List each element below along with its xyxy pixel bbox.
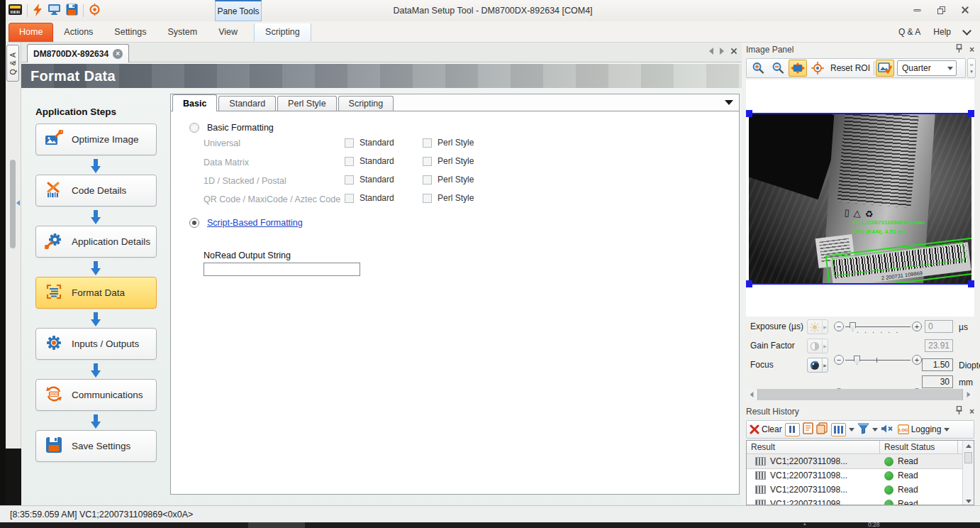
- restore-button[interactable]: [932, 4, 950, 16]
- slider-increase-button[interactable]: +: [912, 321, 922, 331]
- universal-standard-checkbox[interactable]: [345, 138, 354, 148]
- scrollbar-thumb[interactable]: [964, 452, 972, 463]
- sidebar-step-format-data[interactable]: Format Data: [35, 277, 157, 309]
- roi-handle-top-right[interactable]: [968, 110, 974, 117]
- gain-value[interactable]: 23.91: [925, 339, 953, 352]
- close-panel-icon[interactable]: ×: [969, 45, 974, 55]
- splitter-handle[interactable]: [10, 160, 16, 248]
- slider-increase-button[interactable]: +: [912, 355, 922, 365]
- close-window-button[interactable]: [956, 4, 974, 16]
- exposure-auto-button[interactable]: ▶: [807, 319, 828, 334]
- close-panel-icon[interactable]: ×: [969, 407, 974, 417]
- filter-icon[interactable]: [857, 423, 869, 436]
- roi-handle-top-left[interactable]: [746, 110, 752, 117]
- result-row[interactable]: VC1;22007311098 Read: [747, 497, 974, 505]
- scroll-up-icon[interactable]: [966, 444, 971, 448]
- qr-standard-checkbox[interactable]: [345, 194, 354, 203]
- sidebar-step-code-details[interactable]: Code Details: [35, 175, 157, 207]
- tab-close-icon[interactable]: [731, 48, 737, 55]
- tab-perl-style[interactable]: Perl Style: [277, 96, 337, 111]
- columns-icon[interactable]: [831, 423, 846, 436]
- mute-icon[interactable]: [881, 424, 893, 436]
- qr-perl-checkbox[interactable]: [423, 194, 432, 203]
- fit-image-icon[interactable]: [789, 60, 807, 77]
- center-roi-icon[interactable]: [808, 60, 827, 77]
- result-row[interactable]: VC1;22007311098... Read: [747, 454, 974, 468]
- ribbon-tab-system[interactable]: System: [157, 23, 208, 41]
- data-matrix-perl-checkbox[interactable]: [423, 157, 432, 166]
- exposure-value[interactable]: 0: [925, 320, 953, 333]
- device-tab-close-icon[interactable]: ×: [113, 49, 123, 59]
- script-based-formatting-radio[interactable]: [189, 218, 199, 228]
- clear-button[interactable]: Clear: [750, 424, 782, 434]
- zoom-in-icon[interactable]: [749, 60, 767, 77]
- tab-scroll-left-icon[interactable]: [709, 48, 713, 55]
- gain-slider[interactable]: − +: [834, 353, 922, 367]
- slider-thumb[interactable]: [854, 356, 860, 365]
- basic-formatting-radio[interactable]: [189, 123, 199, 133]
- ribbon-tab-actions[interactable]: Actions: [53, 23, 104, 41]
- reset-roi-button[interactable]: Reset ROI: [828, 63, 872, 73]
- save-icon[interactable]: [66, 4, 78, 18]
- report-icon[interactable]: [803, 422, 813, 436]
- help-link[interactable]: Help: [933, 27, 951, 37]
- roi-top-line[interactable]: [747, 113, 973, 114]
- tab-scripting[interactable]: Scripting: [338, 96, 394, 111]
- pause-button[interactable]: [785, 423, 800, 436]
- image-size-select[interactable]: Quarter: [897, 60, 957, 76]
- image-canvas[interactable]: ▯△♻ 2 200731 109869 VC1;2200731109869<0x…: [749, 114, 971, 283]
- tab-standard[interactable]: Standard: [218, 96, 276, 111]
- minimize-button[interactable]: [908, 4, 926, 16]
- logging-dropdown-icon[interactable]: [944, 428, 950, 431]
- pin-icon[interactable]: [956, 406, 962, 417]
- sidebar-step-communications[interactable]: 10101 Communications: [35, 379, 157, 411]
- result-vertical-scrollbar[interactable]: [962, 441, 974, 505]
- data-matrix-standard-checkbox[interactable]: [345, 157, 354, 166]
- pane-tools-tab[interactable]: Pane Tools: [215, 0, 262, 21]
- slider-decrease-button[interactable]: −: [834, 321, 844, 331]
- ribbon-tab-view[interactable]: View: [208, 23, 248, 41]
- device-document-tab[interactable]: DM8700DX-892634 ×: [27, 44, 129, 62]
- roi-bottom-line[interactable]: [747, 283, 973, 285]
- trigger-icon[interactable]: [33, 4, 43, 18]
- copy-report-icon[interactable]: [816, 422, 828, 436]
- qa-vertical-tab[interactable]: Q & A: [6, 45, 19, 82]
- panel-dropdown-icon[interactable]: [725, 100, 733, 105]
- target-icon[interactable]: [89, 4, 101, 18]
- tab-scroll-right-icon[interactable]: [720, 48, 724, 55]
- collapse-panel-icon[interactable]: [16, 200, 20, 206]
- ribbon-tab-settings[interactable]: Settings: [104, 23, 157, 41]
- focus-value[interactable]: 1.50: [922, 358, 953, 371]
- live-monitor-icon[interactable]: [48, 4, 61, 18]
- qa-link[interactable]: Q & A: [898, 27, 920, 37]
- sidebar-step-inputs-outputs[interactable]: Inputs / Outputs: [35, 328, 157, 360]
- zoom-out-icon[interactable]: [769, 60, 787, 77]
- script-based-formatting-link[interactable]: Script-Based Formatting: [207, 218, 303, 228]
- toolbar-overflow-button[interactable]: ››▾: [967, 58, 976, 78]
- 1d-perl-checkbox[interactable]: [423, 175, 432, 185]
- column-result[interactable]: Result: [747, 441, 880, 453]
- sidebar-step-optimize-image[interactable]: Optimize Image: [35, 123, 157, 155]
- roi-handle-bottom-right[interactable]: [968, 280, 974, 287]
- filter-dropdown-icon[interactable]: [872, 428, 878, 431]
- result-row[interactable]: VC1;22007311098... Read: [747, 483, 974, 497]
- sidebar-step-application-details[interactable]: Application Details: [35, 226, 157, 258]
- noread-output-string-input[interactable]: [204, 263, 360, 276]
- collapse-ribbon-icon[interactable]: [962, 26, 971, 35]
- exposure-slider[interactable]: − + ......: [834, 319, 922, 334]
- columns-dropdown-icon[interactable]: [849, 428, 854, 431]
- slider-thumb[interactable]: [850, 322, 856, 331]
- scroll-down-icon[interactable]: [966, 500, 971, 503]
- gain-auto-button[interactable]: ▶: [807, 339, 828, 353]
- ribbon-tab-home[interactable]: Home: [9, 23, 53, 42]
- scroll-left-icon[interactable]: [746, 389, 757, 400]
- ribbon-tab-scripting[interactable]: Scripting: [254, 23, 311, 41]
- pin-icon[interactable]: [956, 44, 962, 55]
- live-image-icon[interactable]: [876, 60, 894, 77]
- slider-decrease-button[interactable]: −: [834, 355, 844, 365]
- universal-perl-checkbox[interactable]: [423, 138, 432, 148]
- focus-mm-value[interactable]: 30: [922, 375, 953, 388]
- logging-button[interactable]: LOG Logging: [898, 424, 942, 434]
- 1d-standard-checkbox[interactable]: [345, 175, 354, 185]
- tab-basic[interactable]: Basic: [172, 94, 217, 111]
